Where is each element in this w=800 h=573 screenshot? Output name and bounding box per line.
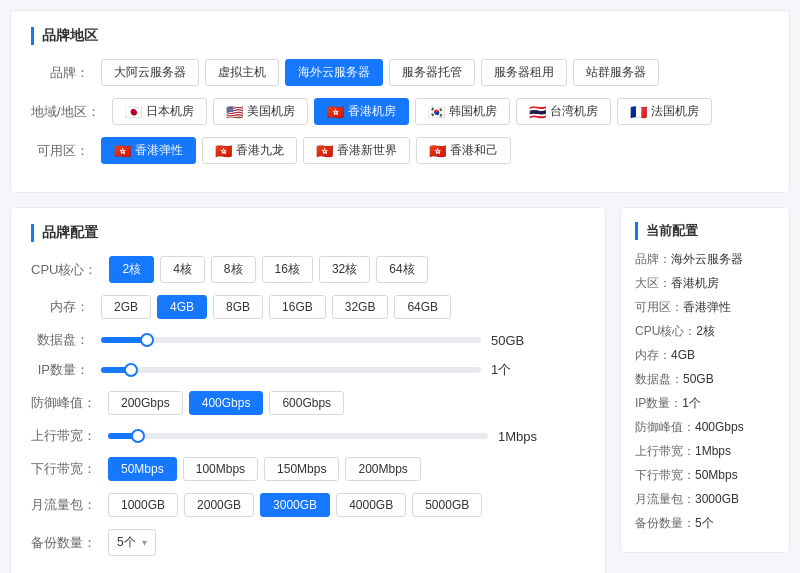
region-buttons-btn-usa[interactable]: 🇺🇸美国机房 bbox=[213, 98, 308, 125]
ip-slider-thumb[interactable] bbox=[124, 363, 138, 377]
backup-row: 备份数量： 5个 ▾ bbox=[31, 529, 585, 556]
ddos-label: 防御峰值： bbox=[31, 394, 108, 412]
config-item: 数据盘：50GB bbox=[635, 370, 775, 388]
memory-buttons-btn-undefined[interactable]: 32GB bbox=[332, 295, 389, 319]
current-config-title: 当前配置 bbox=[635, 222, 775, 240]
main-layout: 品牌配置 CPU核心： 2核4核8核16核32核64核 内存： 2GB4GB8G… bbox=[10, 207, 790, 573]
brand-section-title: 品牌地区 bbox=[31, 27, 769, 45]
download-buttons-btn-undefined[interactable]: 100Mbps bbox=[183, 457, 258, 481]
cpu-buttons-btn-undefined[interactable]: 4核 bbox=[160, 256, 205, 283]
download-buttons-btn-undefined[interactable]: 150Mbps bbox=[264, 457, 339, 481]
backup-label: 备份数量： bbox=[31, 534, 108, 552]
brand-buttons-btn-rental[interactable]: 服务器租用 bbox=[481, 59, 567, 86]
memory-buttons-btn-undefined[interactable]: 8GB bbox=[213, 295, 263, 319]
current-config-card: 当前配置 品牌：海外云服务器大区：香港机房可用区：香港弹性CPU核心：2核内存：… bbox=[620, 207, 790, 553]
region-buttons-btn-thailand[interactable]: 🇹🇭台湾机房 bbox=[516, 98, 611, 125]
ddos-buttons-btn-undefined[interactable]: 200Gbps bbox=[108, 391, 183, 415]
traffic-buttons-btn-undefined[interactable]: 5000GB bbox=[412, 493, 482, 517]
brand-buttons-btn-vps[interactable]: 虚拟主机 bbox=[205, 59, 279, 86]
traffic-buttons-btn-undefined[interactable]: 3000GB bbox=[260, 493, 330, 517]
brand-buttons-btn-managed[interactable]: 服务器托管 bbox=[389, 59, 475, 86]
backup-value: 5个 bbox=[117, 534, 136, 551]
zone-buttons-btn-zone2[interactable]: 🇭🇰香港九龙 bbox=[202, 137, 297, 164]
ip-label: IP数量： bbox=[31, 361, 101, 379]
disk-row: 数据盘： 50GB bbox=[31, 331, 585, 349]
cpu-buttons-btn-undefined[interactable]: 16核 bbox=[262, 256, 313, 283]
brand-buttons-btn-station[interactable]: 站群服务器 bbox=[573, 59, 659, 86]
region-buttons-btn-hk[interactable]: 🇭🇰香港机房 bbox=[314, 98, 409, 125]
cpu-buttons-btn-undefined[interactable]: 32核 bbox=[319, 256, 370, 283]
config-items-list: 品牌：海外云服务器大区：香港机房可用区：香港弹性CPU核心：2核内存：4GB数据… bbox=[635, 250, 775, 532]
download-buttons-btn-undefined[interactable]: 50Mbps bbox=[108, 457, 177, 481]
region-row: 地域/地区： 🇯🇵日本机房🇺🇸美国机房🇭🇰香港机房🇰🇷韩国机房🇹🇭台湾机房🇫🇷法… bbox=[31, 98, 769, 125]
config-item: 上行带宽：1Mbps bbox=[635, 442, 775, 460]
cpu-row: CPU核心： 2核4核8核16核32核64核 bbox=[31, 256, 585, 283]
upload-slider-thumb[interactable] bbox=[131, 429, 145, 443]
chevron-down-icon: ▾ bbox=[142, 537, 147, 548]
memory-buttons-btn-undefined[interactable]: 4GB bbox=[157, 295, 207, 319]
backup-dropdown[interactable]: 5个 ▾ bbox=[108, 529, 156, 556]
ip-slider-track[interactable] bbox=[101, 367, 481, 373]
config-item: 防御峰值：400Gbps bbox=[635, 418, 775, 436]
cpu-label: CPU核心： bbox=[31, 261, 109, 279]
cpu-buttons-btn-undefined[interactable]: 2核 bbox=[109, 256, 154, 283]
zone-buttons-btn-zone4[interactable]: 🇭🇰香港和己 bbox=[416, 137, 511, 164]
brand-label: 品牌： bbox=[31, 64, 101, 82]
disk-slider-value: 50GB bbox=[491, 333, 541, 348]
upload-slider-track[interactable] bbox=[108, 433, 488, 439]
ip-slider-value: 1个 bbox=[491, 361, 541, 379]
ip-row: IP数量： 1个 bbox=[31, 361, 585, 379]
upload-slider-wrapper: 1Mbps bbox=[108, 429, 585, 444]
download-btn-group: 50Mbps100Mbps150Mbps200Mbps bbox=[108, 457, 421, 481]
memory-buttons-btn-undefined[interactable]: 64GB bbox=[394, 295, 451, 319]
disk-slider-wrapper: 50GB bbox=[101, 333, 585, 348]
disk-label: 数据盘： bbox=[31, 331, 101, 349]
memory-label: 内存： bbox=[31, 298, 101, 316]
memory-btn-group: 2GB4GB8GB16GB32GB64GB bbox=[101, 295, 451, 319]
traffic-buttons-btn-undefined[interactable]: 2000GB bbox=[184, 493, 254, 517]
cpu-buttons-btn-undefined[interactable]: 8核 bbox=[211, 256, 256, 283]
config-item: 大区：香港机房 bbox=[635, 274, 775, 292]
memory-row: 内存： 2GB4GB8GB16GB32GB64GB bbox=[31, 295, 585, 319]
ip-slider-wrapper: 1个 bbox=[101, 361, 585, 379]
sidebar: 当前配置 品牌：海外云服务器大区：香港机房可用区：香港弹性CPU核心：2核内存：… bbox=[620, 207, 790, 573]
brand-buttons-btn-overseas[interactable]: 海外云服务器 bbox=[285, 59, 383, 86]
disk-slider-thumb[interactable] bbox=[140, 333, 154, 347]
download-label: 下行带宽： bbox=[31, 460, 108, 478]
zone-btn-group: 🇭🇰香港弹性🇭🇰香港九龙🇭🇰香港新世界🇭🇰香港和己 bbox=[101, 137, 511, 164]
cpu-buttons-btn-undefined[interactable]: 64核 bbox=[376, 256, 427, 283]
traffic-label: 月流量包： bbox=[31, 496, 108, 514]
upload-row: 上行带宽： 1Mbps bbox=[31, 427, 585, 445]
config-item: 内存：4GB bbox=[635, 346, 775, 364]
traffic-buttons-btn-undefined[interactable]: 1000GB bbox=[108, 493, 178, 517]
config-section: 品牌配置 CPU核心： 2核4核8核16核32核64核 内存： 2GB4GB8G… bbox=[10, 207, 606, 573]
region-btn-group: 🇯🇵日本机房🇺🇸美国机房🇭🇰香港机房🇰🇷韩国机房🇹🇭台湾机房🇫🇷法国机房 bbox=[112, 98, 712, 125]
download-buttons-btn-undefined[interactable]: 200Mbps bbox=[345, 457, 420, 481]
zone-buttons-btn-zone3[interactable]: 🇭🇰香港新世界 bbox=[303, 137, 410, 164]
config-item: 可用区：香港弹性 bbox=[635, 298, 775, 316]
zone-row: 可用区： 🇭🇰香港弹性🇭🇰香港九龙🇭🇰香港新世界🇭🇰香港和己 bbox=[31, 137, 769, 164]
disk-slider-track[interactable] bbox=[101, 337, 481, 343]
brand-section: 品牌地区 品牌： 大阿云服务器虚拟主机海外云服务器服务器托管服务器租用站群服务器… bbox=[10, 10, 790, 193]
traffic-buttons-btn-undefined[interactable]: 4000GB bbox=[336, 493, 406, 517]
ddos-buttons-btn-undefined[interactable]: 600Gbps bbox=[269, 391, 344, 415]
zone-buttons-btn-zone1[interactable]: 🇭🇰香港弹性 bbox=[101, 137, 196, 164]
region-buttons-btn-korea[interactable]: 🇰🇷韩国机房 bbox=[415, 98, 510, 125]
config-item: 月流量包：3000GB bbox=[635, 490, 775, 508]
config-item: IP数量：1个 bbox=[635, 394, 775, 412]
region-buttons-btn-france[interactable]: 🇫🇷法国机房 bbox=[617, 98, 712, 125]
download-row: 下行带宽： 50Mbps100Mbps150Mbps200Mbps bbox=[31, 457, 585, 481]
upload-label: 上行带宽： bbox=[31, 427, 108, 445]
memory-buttons-btn-undefined[interactable]: 16GB bbox=[269, 295, 326, 319]
config-item: 品牌：海外云服务器 bbox=[635, 250, 775, 268]
traffic-row: 月流量包： 1000GB2000GB3000GB4000GB5000GB bbox=[31, 493, 585, 517]
traffic-btn-group: 1000GB2000GB3000GB4000GB5000GB bbox=[108, 493, 482, 517]
ddos-buttons-btn-undefined[interactable]: 400Gbps bbox=[189, 391, 264, 415]
config-item: 备份数量：5个 bbox=[635, 514, 775, 532]
brand-buttons-btn-dafu[interactable]: 大阿云服务器 bbox=[101, 59, 199, 86]
config-section-title: 品牌配置 bbox=[31, 224, 585, 242]
region-label: 地域/地区： bbox=[31, 103, 112, 121]
region-buttons-btn-japan[interactable]: 🇯🇵日本机房 bbox=[112, 98, 207, 125]
memory-buttons-btn-undefined[interactable]: 2GB bbox=[101, 295, 151, 319]
ddos-btn-group: 200Gbps400Gbps600Gbps bbox=[108, 391, 344, 415]
